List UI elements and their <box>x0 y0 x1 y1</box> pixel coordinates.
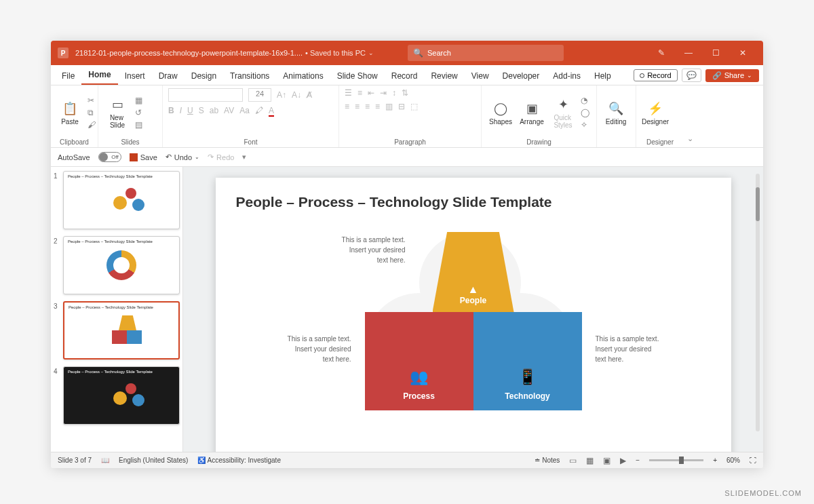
zoom-slider[interactable] <box>649 459 703 461</box>
search-box[interactable]: 🔍 Search <box>408 45 564 61</box>
section-icon[interactable]: ▤ <box>135 120 142 130</box>
pen-mode-icon[interactable]: ✎ <box>648 48 675 58</box>
paste-button[interactable]: 📋Paste <box>56 100 83 125</box>
align-center-button[interactable]: ≡ <box>355 102 360 111</box>
increase-font-icon[interactable]: A↑ <box>277 90 286 100</box>
save-button[interactable]: Save <box>130 153 157 161</box>
font-size-select[interactable]: 24 <box>248 88 271 102</box>
new-slide-button[interactable]: ▭New Slide <box>104 96 131 129</box>
maximize-button[interactable]: ☐ <box>702 48 729 58</box>
char-spacing-button[interactable]: AV <box>224 106 234 115</box>
cut-icon[interactable]: ✂ <box>88 96 96 105</box>
bold-button[interactable]: B <box>168 106 174 115</box>
spellcheck-icon[interactable]: 📖 <box>101 457 109 464</box>
clear-format-icon[interactable]: A̸ <box>307 90 312 100</box>
language-button[interactable]: English (United States) <box>119 457 188 464</box>
font-color-button[interactable]: A <box>269 106 274 115</box>
slide[interactable]: People – Process – Technology Slide Temp… <box>216 178 731 452</box>
shape-effects-icon[interactable]: ✧ <box>581 120 589 130</box>
italic-button[interactable]: I <box>180 106 182 115</box>
redo-icon: ↷ <box>208 153 214 161</box>
slide-canvas-area[interactable]: People – Process – Technology Slide Temp… <box>183 167 763 452</box>
justify-button[interactable]: ≡ <box>375 102 380 111</box>
tab-developer[interactable]: Developer <box>496 67 547 85</box>
slide-thumbnail-1[interactable]: People – Process – Technology Slide Temp… <box>63 171 180 229</box>
tab-insert[interactable]: Insert <box>118 67 152 85</box>
tab-help[interactable]: Help <box>587 67 618 85</box>
layout-icon[interactable]: ▦ <box>135 96 142 105</box>
title-dropdown-icon[interactable]: ⌄ <box>368 50 374 56</box>
shape-fill-icon[interactable]: ◔ <box>581 96 589 105</box>
align-left-button[interactable]: ≡ <box>345 102 349 111</box>
vertical-scrollbar[interactable] <box>754 174 762 431</box>
numbering-button[interactable]: ≡ <box>357 88 362 98</box>
change-case-button[interactable]: Aa <box>239 106 250 115</box>
indent-less-button[interactable]: ⇤ <box>368 88 374 98</box>
autosave-toggle[interactable]: Off <box>98 152 121 162</box>
tab-animations[interactable]: Animations <box>276 67 330 85</box>
share-button[interactable]: 🔗Share⌄ <box>705 69 759 82</box>
tab-draw[interactable]: Draw <box>152 67 185 85</box>
tab-addins[interactable]: Add-ins <box>546 67 587 85</box>
font-family-select[interactable] <box>168 88 243 102</box>
line-spacing-button[interactable]: ↕ <box>392 88 396 98</box>
slide-thumbnail-4[interactable]: People – Process – Technology Slide Temp… <box>63 366 180 425</box>
redo-button[interactable]: ↷Redo <box>208 153 234 161</box>
reset-icon[interactable]: ↺ <box>135 108 142 117</box>
smartart-button[interactable]: ⬚ <box>410 102 418 111</box>
collapse-ribbon-button[interactable]: ⌄ <box>684 85 696 147</box>
sorter-view-button[interactable]: ▦ <box>586 456 594 465</box>
process-shape[interactable]: 👥 Process <box>365 312 473 410</box>
zoom-out-button[interactable]: − <box>636 457 640 464</box>
arrange-button[interactable]: ▣Arrange <box>518 100 545 125</box>
zoom-in-button[interactable]: + <box>713 457 717 464</box>
undo-button[interactable]: ↶Undo⌄ <box>166 153 199 161</box>
decrease-font-icon[interactable]: A↓ <box>292 90 301 100</box>
slideshow-view-button[interactable]: ▶ <box>620 456 626 465</box>
text-direction-button[interactable]: ⇅ <box>402 88 408 98</box>
slide-thumbnail-3[interactable]: People – Process – Technology Slide Temp… <box>63 301 180 360</box>
format-painter-icon[interactable]: 🖌 <box>88 120 96 130</box>
zoom-value[interactable]: 60% <box>726 457 740 464</box>
reading-view-button[interactable]: ▣ <box>603 456 610 465</box>
slide-counter[interactable]: Slide 3 of 7 <box>58 457 92 464</box>
shadow-button[interactable]: ab <box>210 106 218 115</box>
tab-design[interactable]: Design <box>185 67 223 85</box>
tab-file[interactable]: File <box>55 67 81 85</box>
columns-button[interactable]: ▥ <box>385 102 393 111</box>
copy-icon[interactable]: ⧉ <box>88 108 96 117</box>
editing-button[interactable]: 🔍Editing <box>602 100 629 125</box>
search-icon: 🔍 <box>413 48 423 58</box>
tab-home[interactable]: Home <box>81 66 117 85</box>
tab-record[interactable]: Record <box>385 67 425 85</box>
notes-button[interactable]: ≐ Notes <box>535 457 560 464</box>
tab-view[interactable]: View <box>465 67 496 85</box>
thumbnail-panel[interactable]: 1People – Process – Technology Slide Tem… <box>51 167 183 452</box>
normal-view-button[interactable]: ▭ <box>569 456 577 465</box>
accessibility-button[interactable]: ♿ Accessibility: Investigate <box>197 457 281 464</box>
phone-icon: 📱 <box>518 368 537 386</box>
highlight-button[interactable]: 🖍 <box>255 106 263 115</box>
indent-more-button[interactable]: ⇥ <box>380 88 387 98</box>
tab-review[interactable]: Review <box>424 67 464 85</box>
qat-customize-button[interactable]: ▾ <box>242 153 246 161</box>
record-button[interactable]: Record <box>634 69 677 81</box>
bullets-button[interactable]: ☰ <box>345 88 352 98</box>
comments-button[interactable]: 💬 <box>682 69 701 82</box>
editing-icon: 🔍 <box>608 100 624 117</box>
strike-button[interactable]: S <box>199 106 204 115</box>
underline-button[interactable]: U <box>187 106 193 115</box>
fit-to-window-button[interactable]: ⛶ <box>750 457 756 464</box>
close-button[interactable]: ✕ <box>729 48 756 58</box>
quick-styles-button[interactable]: ✦Quick Styles <box>549 96 577 129</box>
align-text-button[interactable]: ⊟ <box>398 102 405 111</box>
tab-slideshow[interactable]: Slide Show <box>330 67 385 85</box>
shapes-button[interactable]: ◯Shapes <box>487 100 514 125</box>
technology-shape[interactable]: 📱 Technology <box>473 312 582 410</box>
slide-thumbnail-2[interactable]: People – Process – Technology Slide Temp… <box>63 236 180 294</box>
shape-outline-icon[interactable]: ◯ <box>581 108 589 117</box>
align-right-button[interactable]: ≡ <box>365 102 370 111</box>
designer-button[interactable]: ⚡Designer <box>642 100 669 125</box>
tab-transitions[interactable]: Transitions <box>223 67 276 85</box>
minimize-button[interactable]: — <box>675 48 702 58</box>
